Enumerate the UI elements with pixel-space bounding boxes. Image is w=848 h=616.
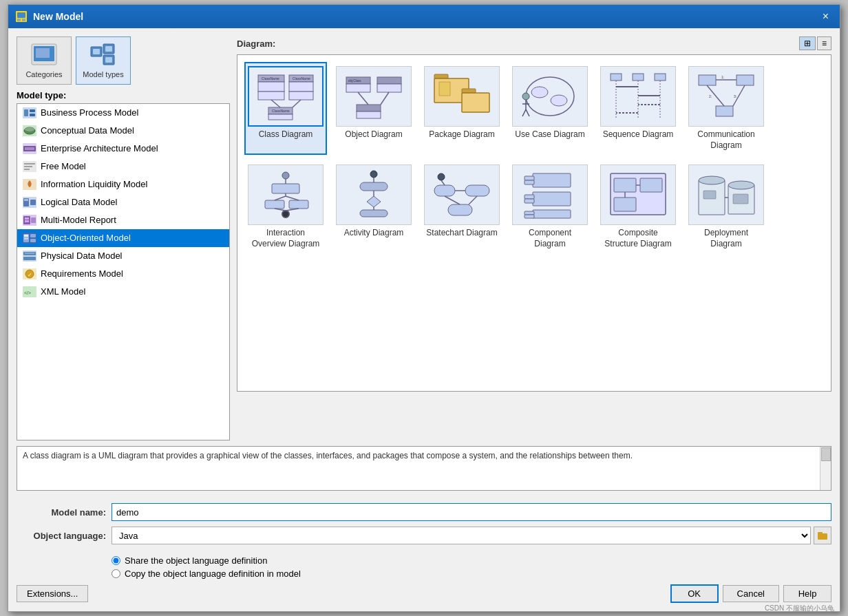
svg-rect-69 [357,105,381,111]
model-name-input[interactable] [112,503,831,521]
model-type-bpm[interactable]: Business Process Model [17,104,229,122]
diagrams-container[interactable]: ClassName ClassName ClassName Class Diag… [237,54,831,392]
language-select[interactable]: Java C# C++ VB.NET PowerBuilder [112,527,811,544]
help-button[interactable]: Help [783,585,831,602]
svg-rect-41 [30,234,36,237]
model-type-mmr[interactable]: Multi-Model Report [17,211,229,229]
svg-point-79 [526,77,574,116]
ok-button[interactable]: OK [670,584,719,603]
communication-diagram-icon: 1: 2: 3: [688,66,764,127]
svg-text:obj:Class: obj:Class [348,79,361,83]
categories-button[interactable]: Categories [17,36,72,85]
model-type-eam[interactable]: Enterprise Architecture Model [17,140,229,158]
categories-section: Categories Model types [17,36,230,85]
svg-rect-53 [258,82,284,92]
svg-rect-87 [611,74,622,81]
model-type-ilm[interactable]: Information Liquidity Model [17,176,229,193]
radio-share-label: Share the object language definition [125,555,267,566]
package-diagram-icon [424,66,500,127]
svg-rect-136 [533,210,571,218]
diagram-package[interactable]: Package Diagram [421,62,503,155]
grid-view-btn[interactable]: ⊞ [799,36,816,50]
description-scrollbar[interactable] [820,447,831,490]
model-type-list[interactable]: Business Process Model Conceptual Data M… [17,103,230,440]
diagram-component[interactable]: Component Diagram [509,160,591,253]
model-types-button[interactable]: Model types [76,36,131,85]
svg-marker-117 [367,196,381,207]
extensions-button[interactable]: Extensions... [17,585,88,602]
model-type-cdm[interactable]: Conceptual Data Model [17,122,229,140]
svg-rect-77 [462,93,489,112]
class-diagram-label: Class Diagram [259,129,313,140]
activity-diagram-label: Activity Diagram [344,228,404,239]
svg-text:1:: 1: [721,75,724,79]
svg-rect-10 [105,46,112,52]
model-type-oom[interactable]: Object-Oriented Model [17,229,229,247]
language-folder-btn[interactable] [814,527,831,544]
radio-copy[interactable] [112,569,120,578]
mmr-icon [23,215,36,226]
xml-icon: </> [23,286,36,297]
diagram-usecase[interactable]: Use Case Diagram [509,62,591,155]
radio-copy-row: Copy the object language definition in m… [112,569,831,579]
diagram-deployment[interactable]: Deployment Diagram [685,160,767,253]
svg-rect-140 [614,178,636,192]
diagram-statechart[interactable]: Statechart Diagram [421,160,503,253]
model-type-xml[interactable]: </> XML Model [17,283,229,301]
model-type-req[interactable]: ✓ Requirements Model [17,265,229,283]
diagram-object[interactable]: obj:Class Object Diagram [332,62,415,155]
eam-label: Enterprise Architecture Model [41,143,158,153]
model-types-icon [89,43,117,67]
composite-diagram-icon [600,164,676,225]
svg-point-122 [438,173,445,180]
svg-rect-99 [716,106,733,116]
diagram-communication[interactable]: 1: 2: 3: Communication Diagram [685,62,767,155]
free-label: Free Model [41,161,86,171]
svg-rect-131 [524,176,534,180]
svg-line-128 [469,196,477,204]
diagram-class[interactable]: ClassName ClassName ClassName Class Diag… [244,62,327,155]
model-type-free[interactable]: Free Model [17,158,229,176]
ldm-icon [23,197,36,208]
cancel-button[interactable]: Cancel [723,585,779,602]
model-name-row: Model name: [17,503,831,521]
model-type-ldm[interactable]: Logical Data Model [17,193,229,211]
svg-rect-45 [23,257,36,260]
activity-diagram-icon [336,164,412,225]
radio-share[interactable] [112,556,120,565]
deployment-diagram-label: Deployment Diagram [689,228,763,249]
svg-line-86 [526,109,529,116]
svg-text:ClassName: ClassName [262,76,279,81]
svg-rect-57 [289,92,313,100]
mmr-label: Multi-Model Report [41,215,116,225]
svg-rect-6 [36,48,50,58]
list-view-btn[interactable]: ≡ [817,36,831,50]
diagram-interaction[interactable]: Interaction Overview Diagram [244,160,327,253]
diagram-activity[interactable]: Activity Diagram [332,160,415,253]
component-diagram-label: Component Diagram [513,228,587,249]
svg-rect-88 [633,74,644,81]
svg-rect-108 [272,184,299,193]
bpm-label: Business Process Model [41,107,138,118]
svg-line-129 [445,196,460,204]
svg-rect-116 [360,182,388,191]
usecase-diagram-label: Use Case Diagram [515,129,584,140]
svg-rect-15 [30,109,35,112]
svg-rect-138 [524,215,534,218]
categories-label: Categories [25,70,62,78]
communication-diagram-label: Communication Diagram [689,129,763,151]
svg-point-146 [699,176,725,184]
svg-rect-31 [30,200,36,205]
req-label: Requirements Model [41,268,123,279]
diagram-composite[interactable]: Composite Structure Diagram [597,160,679,253]
ldm-label: Logical Data Model [41,197,117,207]
svg-rect-118 [360,210,388,217]
diagram-sequence[interactable]: Sequence Diagram [597,62,679,155]
bpm-icon [23,107,36,118]
object-language-label: Object language: [17,531,106,541]
close-button[interactable]: × [818,9,833,24]
model-type-pdm[interactable]: Physical Data Model [17,247,229,265]
statechart-diagram-label: Statechart Diagram [426,228,497,239]
svg-rect-56 [289,82,313,92]
dialog-body: Categories Model types [8,28,840,611]
